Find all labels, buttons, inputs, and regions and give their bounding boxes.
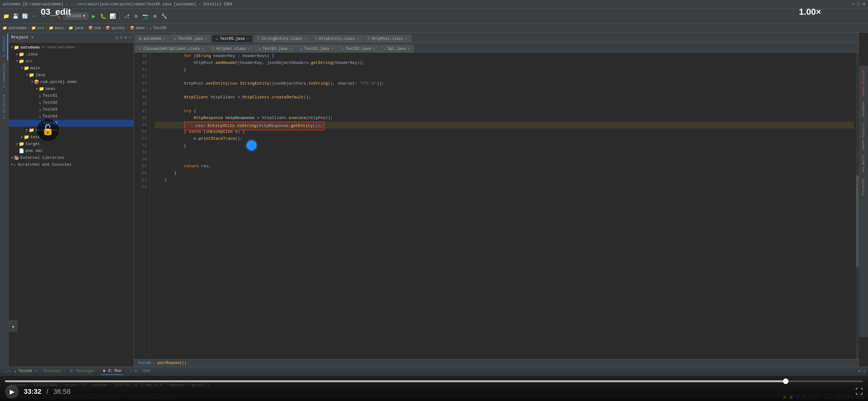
tab-test03[interactable]: ☕ Test03.java × (254, 45, 296, 52)
code-line-54 (155, 156, 854, 163)
play-button[interactable]: ▶ (5, 385, 19, 399)
close-tab-string-entity[interactable]: × (304, 37, 306, 41)
close-tab-test05[interactable]: × (247, 37, 249, 41)
video-controls-row: ▶ 33:32 / 36:58 ⛶ (0, 382, 868, 401)
sidebar-item-hierarchy[interactable]: Hierarchy (861, 175, 867, 199)
settings-project-icon[interactable]: ⚙ (124, 35, 127, 40)
tab-http-post[interactable]: C HttpPost.class × (364, 35, 411, 42)
breadcrumb-test05[interactable]: ☕ Test05 (150, 26, 166, 30)
scrollbar-thumb[interactable] (856, 175, 859, 267)
method-class[interactable]: Test05 (138, 361, 151, 365)
breadcrumb-com[interactable]: 📦 com (88, 26, 101, 30)
scrollbar-track[interactable] (856, 53, 859, 359)
collapse-all-icon[interactable]: ⊟ (120, 35, 123, 40)
run-icon[interactable]: ▶ (90, 12, 98, 20)
tree-item-idea[interactable]: ▶ 📁 .idea (9, 51, 134, 58)
close-project-icon[interactable]: × (129, 35, 131, 40)
tab-closeable-http-client[interactable]: C CloseableHttpClient.class × (135, 45, 208, 52)
sidebar-item-redis[interactable]: Redis Explorer (861, 66, 867, 98)
tree-item-autodemo[interactable]: ▼ 📁 autodemo D:\demo\autodemo (9, 44, 134, 51)
tree-item-package[interactable]: ▼ 📦 com.qzcsbj.demo (9, 78, 134, 85)
tab-test01[interactable]: ☕ Test01.java × (296, 45, 337, 52)
close-tab-http-get[interactable]: × (248, 47, 250, 51)
tree-item-main[interactable]: ▼ 📁 main (9, 64, 134, 71)
tree-item-pom[interactable]: ▶ 📄 pom.xml (9, 147, 134, 154)
sidebar-item-project[interactable]: 1: Project (1, 33, 8, 60)
close-tab-closeable-http-client[interactable]: × (202, 47, 204, 51)
close-tab-sql[interactable]: × (407, 47, 410, 51)
tab-test02[interactable]: ☕ Test02.java × (338, 45, 379, 52)
tree-item-test04[interactable]: ▶ ☕ Test04 (9, 113, 134, 120)
tab-string-entity[interactable]: C StringEntity.class × (253, 35, 310, 42)
close-tab-http-entity[interactable]: × (357, 37, 359, 41)
tools-icon[interactable]: 🔧 (160, 12, 168, 20)
sidebar-item-structure[interactable]: 7: Structure (1, 91, 8, 122)
tree-item-bean[interactable]: ▶ 📁 bean (9, 85, 134, 92)
tree-item-test02[interactable]: ▶ ☕ Test02 (9, 99, 134, 106)
close-tab-test02[interactable]: × (373, 47, 375, 51)
line-numbers: 39 40 41 42 43 44 45 46 47 48 49 50 51 5… (134, 53, 150, 359)
blue-cursor (247, 140, 256, 150)
tab-test05[interactable]: ☕ Test05.java × (212, 35, 252, 42)
tab-http-entity[interactable]: C HttpEntity.class × (311, 35, 363, 42)
breadcrumb-main[interactable]: 📁 main (49, 26, 64, 30)
tab-sql[interactable]: ☕ Sql.java × (379, 45, 413, 52)
breadcrumb-src[interactable]: 📁 src (31, 26, 44, 30)
favorites-strip: ★ (9, 320, 18, 332)
sidebar-item-favorites[interactable]: 2: Favorites (1, 60, 8, 91)
breadcrumb-demo[interactable]: 📦 demo (130, 26, 145, 30)
tree-item-resources[interactable]: ▶ 📁 resources (9, 126, 134, 134)
code-editor[interactable]: 39 40 41 42 43 44 45 46 47 48 49 50 51 5… (134, 53, 859, 359)
locate-icon[interactable]: ◎ (116, 35, 118, 40)
breadcrumb-qzcsbj[interactable]: 📦 qzcsbj (105, 26, 125, 30)
tree-item-test01[interactable]: ▶ ☕ Test01 (9, 92, 134, 99)
editor-area: m autodemo × ☕ Test04.java × ☕ Test05.ja… (134, 33, 859, 367)
close-tab-autodemo[interactable]: × (163, 37, 165, 41)
close-btn[interactable]: × (862, 2, 866, 7)
run-with-coverage-icon[interactable]: 📊 (109, 12, 116, 20)
close-tab-http-post[interactable]: × (405, 37, 407, 41)
tree-item-test05[interactable]: ▶ ☕ Test05 (9, 120, 134, 126)
breadcrumb-autodemo[interactable]: 📁 autodemo (2, 26, 27, 30)
tree-item-src[interactable]: ▼ 📁 src (9, 58, 134, 64)
breadcrumb-bar: 📁 autodemo › 📁 src › 📁 main › 📁 java › 📦… (0, 24, 868, 33)
back-icon[interactable]: ← (31, 12, 38, 20)
breadcrumb-java[interactable]: 📁 java (68, 26, 84, 30)
total-time: 36:58 (53, 388, 70, 396)
tree-item-java[interactable]: ▼ 📁 java (9, 71, 134, 78)
camera-icon[interactable]: 📷 (142, 12, 149, 20)
debug-icon[interactable]: 🐛 (99, 12, 107, 20)
minimize-btn[interactable]: ─ (852, 2, 855, 7)
toolbar: 📁 💾 🔄 ← → 🔨 Test04 ▼ ▶ 🐛 📊 ⎇ ⚙ 📷 ⊞ 🔧 (0, 9, 868, 24)
tab-autodemo[interactable]: m autodemo × (135, 35, 169, 42)
fullscreen-button[interactable]: ⛶ (856, 387, 863, 396)
code-line-51: e.printStackTrace(); (155, 135, 854, 142)
sidebar-item-maven[interactable]: Maven Projects (861, 120, 867, 152)
sidebar-item-database[interactable]: Database (861, 98, 867, 120)
code-line-57: } (155, 177, 854, 183)
close-tab-test03[interactable]: × (289, 47, 291, 51)
tree-item-ext-libs[interactable]: ▶ 📚 External Libraries (9, 154, 134, 161)
tab-http-get[interactable]: C HttpGet.class × (208, 45, 254, 52)
method-name[interactable]: postRequest() (157, 361, 186, 365)
tree-item-target[interactable]: ▶ 📁 target (9, 140, 134, 147)
sidebar-item-ant[interactable]: Ant Build (861, 152, 867, 175)
close-tab-test01[interactable]: × (331, 47, 333, 51)
maximize-btn[interactable]: □ (857, 2, 860, 7)
folder-icon[interactable]: 📁 (2, 12, 10, 20)
tab-test04[interactable]: ☕ Test04.java × (170, 35, 211, 42)
close-tab-test04[interactable]: × (205, 37, 207, 41)
terminal-icon[interactable]: ⊞ (151, 12, 159, 20)
tree-item-test[interactable]: ▶ 📁 test (9, 134, 134, 140)
code-content[interactable]: for (String headerKey : headerKeys) { ht… (150, 53, 859, 359)
tree-item-scratches[interactable]: ▶ ✏️ Scratches and Consoles (9, 161, 134, 168)
favorite-star-icon[interactable]: ★ (11, 322, 15, 331)
tree-item-test03[interactable]: ▶ ☕ Test03 (9, 106, 134, 113)
save-icon[interactable]: 💾 (12, 12, 20, 20)
overlay-label: 03_edit (41, 7, 71, 17)
sync-icon[interactable]: 🔄 (21, 12, 29, 20)
git-icon[interactable]: ⎇ (123, 12, 130, 20)
tab-bar-2: C CloseableHttpClient.class × C HttpGet.… (134, 42, 859, 53)
video-progress-bar[interactable] (5, 380, 863, 382)
settings-icon[interactable]: ⚙ (132, 12, 140, 20)
